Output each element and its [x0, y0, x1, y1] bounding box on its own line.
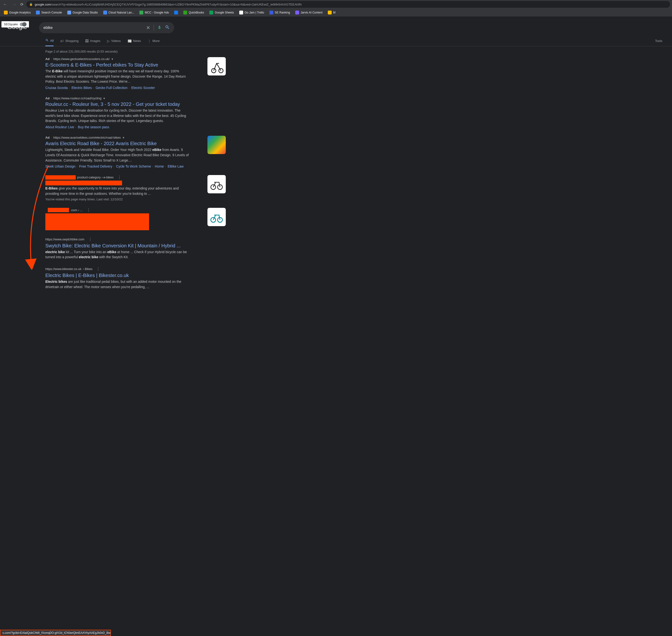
result-title-link[interactable]: Avaris Electric Road Bike - 2022 Avaris … — [45, 141, 157, 146]
result-description: Rouleur Live is the ultimate destination… — [45, 108, 190, 124]
result-title-link[interactable]: Electric Bikes | E-Bikes | Bikester.co.u… — [45, 273, 129, 278]
bookmark-item[interactable]: Jarvis AI Content — [293, 9, 324, 16]
bookmark-favicon — [269, 11, 273, 15]
result-menu-icon[interactable]: ⋮ — [88, 237, 92, 242]
result-thumbnail[interactable] — [208, 175, 226, 193]
result-description: electric bike kit ... Turn your bike int… — [45, 250, 190, 260]
lock-icon: 🔒 — [29, 3, 33, 6]
sitelink[interactable]: Cycle To Work Scheme — [116, 164, 151, 168]
sitelink[interactable]: Free Tracked Delivery — [79, 164, 112, 168]
tab-more[interactable]: ⋮ More — [148, 39, 160, 46]
seoquake-widget[interactable]: SEOquake — [1, 21, 29, 27]
result-description: Electric bikes are just like traditional… — [45, 279, 190, 290]
bookmark-label: M — [333, 11, 335, 14]
results-column: Page 2 of about 231,000,000 results (0.5… — [45, 46, 203, 290]
bookmark-favicon — [103, 11, 107, 15]
tools-link[interactable]: Tools — [655, 39, 663, 45]
bookmark-item[interactable]: Google Data Studio — [65, 9, 100, 16]
result-title-link[interactable]: E-Scooters & E-Bikes - Perfect ebikes To… — [45, 62, 158, 68]
result-title-link[interactable]: Swytch Bike: Electric Bike Conversion Ki… — [45, 243, 181, 249]
bookmark-favicon — [239, 11, 243, 15]
bookmark-favicon — [209, 11, 213, 15]
tab-videos-label: Videos — [111, 39, 121, 43]
bookmark-label: Google Analytics — [9, 11, 31, 14]
result-cite: https://www.swytchbike.com — [45, 237, 84, 241]
status-bar-url: s.com/?gclid=EAIaIQobChMI_fXsmqDO-gIV2d_… — [0, 630, 111, 636]
image-icon: 🖼 — [85, 39, 89, 43]
ad-label: Ad — [45, 136, 50, 139]
bookmark-favicon — [295, 11, 299, 15]
back-button[interactable]: ← — [2, 1, 8, 8]
bookmark-favicon — [4, 11, 8, 15]
tab-videos[interactable]: ▷ Videos — [107, 39, 121, 46]
result-cite-suffix: .com › ... — [71, 208, 83, 212]
sitelink[interactable]: About Rouleur Live — [45, 125, 74, 129]
result-organic-1: product-category › e-bikes ⋮ E-Bikes giv… — [45, 175, 203, 201]
result-description: The E-Bike will have meaningful positive… — [45, 69, 190, 84]
bookmark-item[interactable]: SE Ranking — [268, 9, 292, 16]
reload-button[interactable]: ⟳ — [20, 2, 23, 7]
chevron-down-icon[interactable]: ▼ — [111, 58, 114, 60]
sitelink[interactable]: EBike Law — [168, 164, 184, 168]
result-thumbnail[interactable] — [208, 136, 226, 154]
tab-images[interactable]: 🖼 Images — [85, 39, 100, 46]
tab-news-label: News — [133, 39, 141, 43]
result-thumbnail[interactable] — [208, 57, 226, 76]
result-menu-icon[interactable]: ⋮ — [96, 267, 100, 271]
search-box[interactable]: ✕ — [39, 22, 174, 33]
result-cite-suffix: product-category › e-bikes — [77, 176, 114, 179]
result-cite: https://www.geckoelectricscooters.co.uk/ — [53, 57, 110, 61]
seoquake-label: SEOquake — [4, 23, 18, 26]
mic-icon[interactable] — [157, 25, 161, 31]
bookmark-label: Search Console — [41, 11, 62, 14]
bookmark-item[interactable]: MCC - Google Ads — [137, 9, 171, 16]
bookmark-favicon — [67, 11, 71, 15]
tab-all[interactable]: All — [45, 39, 54, 46]
result-cite-crumb: › Bikes — [83, 267, 93, 271]
sitelink[interactable]: Gecko Full Collection — [96, 86, 127, 90]
tab-shopping[interactable]: 🏷 Shopping — [60, 39, 78, 46]
bookmark-item[interactable]: Cloud Natural Lan... — [101, 9, 136, 16]
bookmark-favicon — [174, 11, 178, 15]
chevron-down-icon[interactable]: ▼ — [103, 97, 105, 100]
result-organic-3: https://www.swytchbike.com ⋮ Swytch Bike… — [45, 237, 203, 260]
tab-news[interactable]: 📰 News — [128, 39, 141, 46]
tab-shopping-label: Shopping — [65, 39, 78, 43]
url-text: google.com/search?q=ebike&sxsrf=ALiCzsbj… — [35, 3, 302, 6]
search-input[interactable] — [43, 25, 143, 30]
seoquake-toggle[interactable] — [20, 23, 26, 26]
address-bar[interactable]: 🔒 google.com/search?q=ebike&sxsrf=ALiCzs… — [26, 1, 670, 8]
bookmark-item[interactable]: Go Jam | Trello — [237, 9, 266, 16]
clear-icon[interactable]: ✕ — [146, 25, 154, 31]
result-ad-1: Ad · https://www.geckoelectricscooters.c… — [45, 57, 203, 90]
result-sitelinks: Sleek Urban Design· Free Tracked Deliver… — [45, 164, 203, 168]
redacted-title — [45, 181, 122, 185]
bookmark-item[interactable]: QuickBooks — [181, 9, 206, 16]
result-stats: Page 2 of about 231,000,000 results (0.5… — [45, 49, 203, 53]
news-icon: 📰 — [128, 39, 132, 43]
sitelink[interactable]: Home — [155, 164, 164, 168]
result-sitelinks: Cruzaa Scoota· Electric Bikes· Gecko Ful… — [45, 86, 203, 90]
sitelink[interactable]: Cruzaa Scoota — [45, 86, 68, 90]
search-small-icon — [45, 39, 49, 43]
bookmark-item[interactable]: Google Analytics — [2, 9, 33, 16]
tag-icon: 🏷 — [60, 39, 64, 43]
bookmark-favicon — [36, 11, 40, 15]
bookmark-item[interactable] — [172, 9, 180, 16]
chevron-down-icon[interactable]: ▼ — [122, 136, 125, 139]
forward-button[interactable]: → — [11, 1, 17, 8]
bookmark-item[interactable]: M — [326, 9, 338, 16]
result-thumbnail[interactable] — [208, 208, 226, 226]
sitelink[interactable]: Electric Scooter — [131, 86, 155, 90]
sitelink[interactable]: Buy the season pass — [78, 125, 109, 129]
search-icon[interactable] — [165, 25, 170, 31]
result-menu-icon[interactable]: ⋮ — [117, 175, 121, 180]
bookmark-item[interactable]: Search Console — [34, 9, 64, 16]
bookmark-label: Go Jam | Trello — [245, 11, 264, 14]
result-title-link[interactable]: Rouleur.cc - Rouleur live, 3 - 5 nov 202… — [45, 101, 180, 107]
search-tabs: All 🏷 Shopping 🖼 Images ▷ Videos 📰 News … — [0, 33, 672, 46]
bookmark-item[interactable]: Google Sheets — [208, 9, 236, 16]
sitelink[interactable]: Electric Bikes — [71, 86, 92, 90]
sitelink[interactable]: Sleek Urban Design — [45, 164, 76, 168]
result-menu-icon[interactable]: ⋮ — [87, 208, 91, 213]
